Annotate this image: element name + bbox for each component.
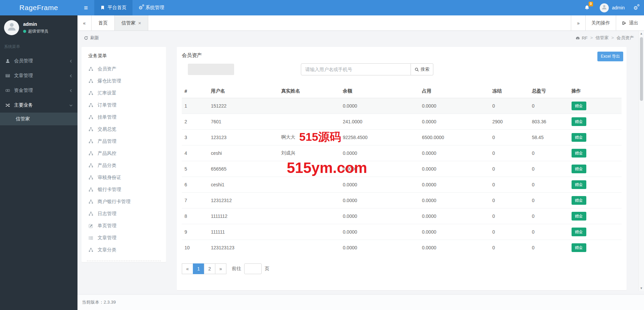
cell-profit: 0 xyxy=(529,98,569,114)
close-operations-button[interactable]: 关闭操作 xyxy=(585,15,616,30)
user-menu[interactable]: admin xyxy=(594,0,630,15)
sidebar-item[interactable]: 资金管理 xyxy=(0,83,77,98)
business-menu-item[interactable]: 产品风控 xyxy=(82,147,166,160)
sitemap-icon xyxy=(88,211,94,216)
search-button[interactable]: 搜索 xyxy=(411,63,433,75)
filter-select-box[interactable] xyxy=(188,64,234,75)
business-menu-item[interactable]: 挂单管理 xyxy=(82,111,166,123)
table-row: 9 111111 0.0000 0.0000 0 0 赠金 xyxy=(182,224,622,240)
table-row: 1 151222 0.0000 0.0000 0 0 赠金 xyxy=(182,98,622,114)
scroll-up-icon[interactable]: ▲ xyxy=(640,31,643,36)
sidebar-item[interactable]: 主要业务 xyxy=(0,98,77,113)
notifications-button[interactable]: 0 xyxy=(580,0,594,15)
business-menu-item[interactable]: 日志管理 xyxy=(82,208,166,220)
refresh-button[interactable]: 刷新 xyxy=(84,35,99,41)
breadcrumb-item[interactable]: 信管家 xyxy=(590,35,609,41)
sitemap-icon xyxy=(88,199,94,204)
scrollbar[interactable]: ▲ ▼ xyxy=(638,31,644,291)
scroll-down-icon[interactable]: ▼ xyxy=(640,286,643,291)
logout-button[interactable]: 退出 xyxy=(616,15,644,30)
navbar-menu-item[interactable]: ⚙⚙ 系统管理 xyxy=(132,0,170,15)
cell-profit: 58.45 xyxy=(529,130,569,145)
excel-export-button[interactable]: Excel 导出 xyxy=(597,52,623,61)
business-menu-item-label: 产品分类 xyxy=(98,163,116,169)
tabs-scroll-left-button[interactable]: « xyxy=(77,15,92,30)
members-table: #用户名真实姓名余额占用冻结总盈亏操作 1 151222 0.0000 0.00… xyxy=(182,84,622,256)
cell-realname: 啊大大 xyxy=(278,130,340,145)
navbar-menu-item[interactable]: 平台首页 xyxy=(94,0,132,15)
gift-button[interactable]: 赠金 xyxy=(572,102,586,110)
gift-button[interactable]: 赠金 xyxy=(572,228,586,236)
gift-button[interactable]: 赠金 xyxy=(572,196,586,205)
business-menu-item[interactable]: 商户银行卡管理 xyxy=(82,196,166,208)
angle-left-icon xyxy=(69,59,73,63)
business-menu-item[interactable]: 银行卡管理 xyxy=(82,184,166,196)
sidebar-user-role-label: 超级管理员 xyxy=(28,28,48,34)
cell-balance: 92258.4500 xyxy=(340,130,419,145)
gift-button[interactable]: 赠金 xyxy=(572,149,586,158)
scrollbar-thumb[interactable] xyxy=(640,37,643,101)
filter-row: 搜索 xyxy=(182,63,622,75)
pagination-page-button[interactable]: 2 xyxy=(204,263,215,274)
goto-page-label: 前往 xyxy=(232,266,241,272)
cell-frozen: 0 xyxy=(490,161,529,177)
business-menu-item[interactable]: 文章管理 xyxy=(82,232,166,244)
cell-occupied: 0.0000 xyxy=(419,145,490,161)
cell-index: 5 xyxy=(182,161,208,177)
gift-button[interactable]: 赠金 xyxy=(572,243,586,252)
page-tab[interactable]: 信管家 × xyxy=(115,15,148,30)
settings-button[interactable]: ⚙⚙ xyxy=(630,0,644,15)
business-menu-item[interactable]: 会员资产 xyxy=(82,63,166,75)
business-menu-item[interactable]: 单页管理 xyxy=(82,220,166,232)
sidebar-item-label: 会员管理 xyxy=(14,58,33,64)
table-header: 余额 xyxy=(340,84,419,98)
top-navbar: RageFrame ≡ 平台首页 ⚙⚙ 系统管理 0 adm xyxy=(0,0,644,15)
sign-out-icon xyxy=(622,20,627,26)
business-menu-item[interactable]: 爆仓比管理 xyxy=(82,75,166,87)
pagination-next-button[interactable]: » xyxy=(215,263,226,274)
business-menu-title: 业务菜单 xyxy=(82,53,166,59)
cell-balance: 0.0000 xyxy=(340,224,419,240)
sitemap-icon xyxy=(88,163,94,168)
table-header: # xyxy=(182,84,208,98)
business-menu-item[interactable]: 文章分类 xyxy=(82,244,166,256)
goto-page-input[interactable] xyxy=(244,263,262,274)
sidebar-item[interactable]: 会员管理 xyxy=(0,54,77,68)
dashboard-icon xyxy=(576,36,580,41)
avatar xyxy=(600,3,609,12)
gift-button[interactable]: 赠金 xyxy=(572,133,586,142)
business-menu-item[interactable]: 交易总览 xyxy=(82,123,166,135)
gift-button[interactable]: 赠金 xyxy=(572,165,586,173)
gift-button[interactable]: 赠金 xyxy=(572,117,586,126)
gift-button[interactable]: 赠金 xyxy=(572,180,586,189)
table-row: 5 656565 0.0000 0.0000 0 0 赠金 xyxy=(182,161,622,177)
hamburger-icon: ≡ xyxy=(84,4,88,12)
breadcrumb-home[interactable]: RF xyxy=(576,36,587,41)
cell-occupied: 0.0000 xyxy=(419,114,490,130)
tabs-scroll-right-button[interactable]: » xyxy=(571,15,585,30)
table-row: 3 123123 啊大大 92258.4500 6500.0000 0 58.4… xyxy=(182,130,622,145)
business-menu-item[interactable]: 产品管理 xyxy=(82,135,166,147)
business-menu-item-label: 汇率设置 xyxy=(98,90,116,96)
gift-button[interactable]: 赠金 xyxy=(572,212,586,221)
business-menu-item[interactable]: 汇率设置 xyxy=(82,87,166,99)
sitemap-icon xyxy=(88,151,94,156)
pagination-page-button[interactable]: 1 xyxy=(193,263,204,274)
cell-occupied: 6500.0000 xyxy=(419,130,490,145)
business-menu-item-label: 单页管理 xyxy=(98,223,116,229)
app-logo[interactable]: RageFrame xyxy=(0,0,77,15)
sidebar-subitem[interactable]: 信管家 xyxy=(0,113,77,125)
cell-profit: 0 xyxy=(529,240,569,256)
cell-profit: 0 xyxy=(529,177,569,193)
sidebar-item[interactable]: 文章管理 xyxy=(0,68,77,83)
close-tab-icon[interactable]: × xyxy=(138,20,141,26)
business-menu-item[interactable]: 审核身份证 xyxy=(82,172,166,184)
cell-index: 6 xyxy=(182,177,208,193)
search-input[interactable] xyxy=(301,63,411,75)
sidebar-toggle-button[interactable]: ≡ xyxy=(77,0,94,15)
business-menu-item[interactable]: 产品分类 xyxy=(82,160,166,172)
footer: 当前版本：2.3.39 xyxy=(77,294,644,310)
pagination-prev-button[interactable]: « xyxy=(182,263,193,274)
business-menu-item[interactable]: 订单管理 xyxy=(82,99,166,111)
page-tab[interactable]: 首页 × xyxy=(92,15,115,30)
